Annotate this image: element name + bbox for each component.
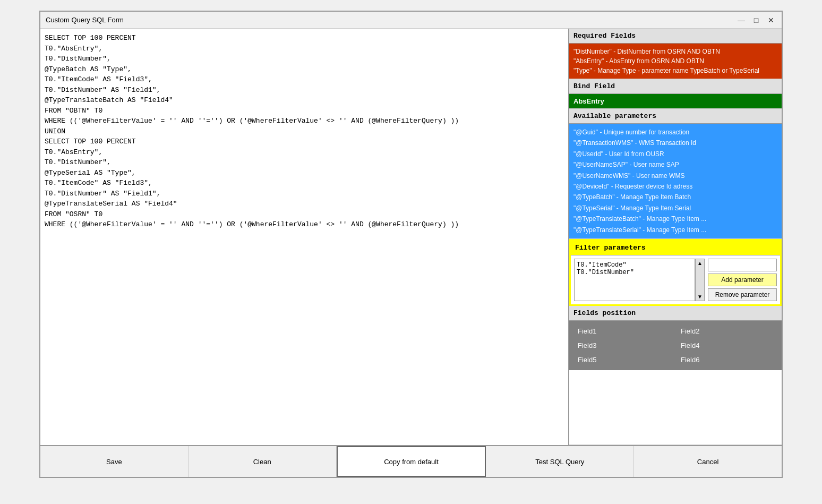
filter-inner: T0."ItemCode" T0."DistNumber" ▲ ▼ Add pa… xyxy=(571,255,780,304)
copy-default-button[interactable]: Copy from default xyxy=(337,446,486,477)
available-parameters-content: "@Guid" - Unique number for transaction … xyxy=(569,124,782,238)
window-title: Custom Query SQL Form xyxy=(46,16,124,24)
filter-list-container: T0."ItemCode" T0."DistNumber" ▲ ▼ xyxy=(574,259,705,301)
scroll-up-arrow[interactable]: ▲ xyxy=(697,260,703,266)
bind-field-section: Bind Field AbsEntry xyxy=(569,79,782,109)
field4-item: Field4 xyxy=(677,339,777,352)
field6-item: Field6 xyxy=(677,354,777,366)
required-fields-section: Required Fields "DistNumber" - DistNumbe… xyxy=(569,29,782,79)
filter-parameters-title: Filter parameters xyxy=(571,241,780,255)
param-item: "@TypeBatch" - Manage Type Item Batch xyxy=(573,192,777,202)
main-window: Custom Query SQL Form — □ ✕ Required Fie… xyxy=(39,11,783,478)
param-item: "@TypeTranslateSerial" - Manage Type Ite… xyxy=(573,225,777,235)
required-fields-title: Required Fields xyxy=(569,29,782,44)
param-item: "@Guid" - Unique number for transaction xyxy=(573,127,777,138)
field1-item: Field1 xyxy=(573,325,674,337)
cancel-button[interactable]: Cancel xyxy=(634,446,782,477)
sql-editor[interactable] xyxy=(40,29,569,445)
right-panel: Required Fields "DistNumber" - DistNumbe… xyxy=(569,29,782,445)
param-item: "@UserNameWMS" - User name WMS xyxy=(573,170,777,181)
param-item: "@TransactionWMS" - WMS Transaction Id xyxy=(573,138,777,148)
field2-item: Field2 xyxy=(677,325,777,337)
required-fields-content: "DistNumber" - DistNumber from OSRN AND … xyxy=(569,44,782,79)
test-sql-button[interactable]: Test SQL Query xyxy=(486,446,634,477)
scroll-down-arrow[interactable]: ▼ xyxy=(697,294,703,300)
fields-position-section: Fields position Field1 Field2 Field3 Fie… xyxy=(569,306,782,445)
filter-list[interactable]: T0."ItemCode" T0."DistNumber" xyxy=(574,259,695,301)
filter-text-input[interactable] xyxy=(708,259,777,271)
available-parameters-section: Available parameters "@Guid" - Unique nu… xyxy=(569,109,782,239)
field5-item: Field5 xyxy=(573,354,674,366)
param-item: "@TypeTranslateBatch" - Manage Type Item… xyxy=(573,213,777,224)
filter-parameters-section: Filter parameters T0."ItemCode" T0."Dist… xyxy=(569,239,782,306)
fields-position-grid: Field1 Field2 Field3 Field4 Field5 Field… xyxy=(569,321,782,370)
remove-parameter-button[interactable]: Remove parameter xyxy=(708,288,777,301)
window-controls: — □ ✕ xyxy=(736,15,776,25)
add-parameter-button[interactable]: Add parameter xyxy=(708,274,777,286)
param-item: "@DeviceId" - Requester device Id adress xyxy=(573,181,777,192)
param-item: "@UserNameSAP" - User name SAP xyxy=(573,159,777,170)
minimize-button[interactable]: — xyxy=(736,15,747,25)
titlebar: Custom Query SQL Form — □ ✕ xyxy=(40,12,782,29)
save-button[interactable]: Save xyxy=(40,446,189,477)
bind-field-title: Bind Field xyxy=(569,79,782,94)
available-parameters-title: Available parameters xyxy=(569,109,782,124)
clean-button[interactable]: Clean xyxy=(189,446,337,477)
param-item: "@TypeSerial" - Manage Type Item Serial xyxy=(573,203,777,213)
close-button[interactable]: ✕ xyxy=(766,15,776,25)
filter-input-area: Add parameter Remove parameter xyxy=(708,259,777,301)
param-item: "@UserId" - User Id from OUSR xyxy=(573,149,777,159)
maximize-button[interactable]: □ xyxy=(751,15,761,25)
fields-position-title: Fields position xyxy=(569,306,782,321)
filter-scrollbar: ▲ ▼ xyxy=(695,259,705,301)
bottom-bar: Save Clean Copy from default Test SQL Qu… xyxy=(40,445,782,477)
main-content: Required Fields "DistNumber" - DistNumbe… xyxy=(40,29,782,445)
field3-item: Field3 xyxy=(573,339,674,352)
required-fields-text: "DistNumber" - DistNumber from OSRN AND … xyxy=(573,48,759,74)
bind-field-value: AbsEntry xyxy=(569,94,782,108)
